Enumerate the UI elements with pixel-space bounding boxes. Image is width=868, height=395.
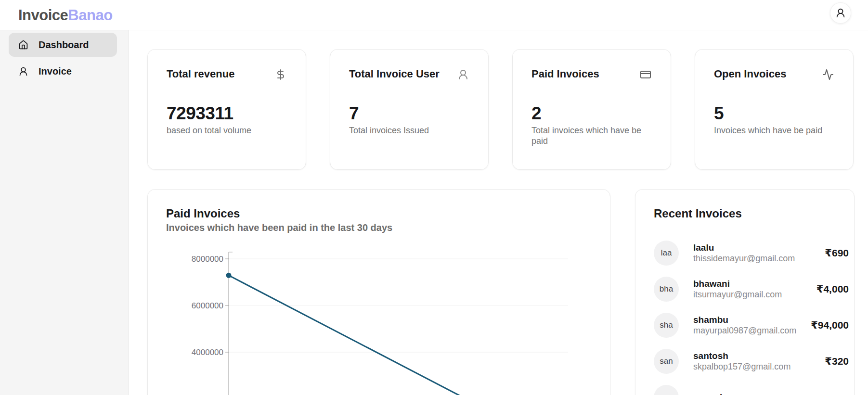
sidebar-item-label: Invoice	[39, 66, 72, 77]
paid-invoices-chart-card: Paid Invoices Invoices which have been p…	[147, 189, 610, 395]
invoice-amount: ₹320	[825, 356, 849, 367]
invoice-user-name: ganesh	[693, 392, 725, 395]
avatar: sha	[654, 313, 679, 338]
sidebar-item-label: Dashboard	[39, 39, 89, 51]
invoice-user-name: bhawani	[693, 278, 782, 289]
invoice-list-item: bha bhawani itsurmayur@gmail.com ₹4,000	[654, 277, 849, 302]
stat-card-title: Paid Invoices	[531, 68, 599, 80]
user-icon	[835, 8, 846, 18]
invoice-list-item: ganesh	[654, 385, 849, 395]
avatar	[654, 385, 679, 395]
stat-card-value: 5	[714, 104, 834, 122]
stat-card-title: Total Invoice User	[349, 68, 440, 80]
home-icon	[18, 40, 28, 50]
invoice-user-name: shambu	[693, 314, 796, 325]
logo-text-secondary: Banao	[68, 7, 112, 24]
stat-card-subtitle: Total invoices Issued	[349, 126, 469, 136]
invoice-amount: ₹4,000	[816, 283, 849, 295]
stat-card-value: 7293311	[167, 104, 286, 122]
invoice-amount: ₹94,000	[811, 319, 849, 331]
sidebar: Dashboard Invoice	[0, 30, 129, 395]
stat-card-title: Total revenue	[167, 68, 234, 80]
stat-card-total-revenue: Total revenue 7293311 based on total vol…	[147, 49, 306, 170]
stat-card-subtitle: based on total volume	[167, 126, 286, 136]
credit-card-icon	[640, 69, 651, 80]
recent-invoices-list: laa laalu thissidemayur@gmail.com ₹690 b…	[654, 241, 849, 395]
dollar-icon	[275, 69, 286, 80]
sidebar-item-invoice[interactable]: Invoice	[9, 59, 117, 83]
svg-text:8000000: 8000000	[192, 255, 223, 264]
app-header: InvoiceBanao	[0, 0, 868, 30]
recent-invoices-title: Recent Invoices	[654, 207, 849, 221]
invoice-user-email: mayurpal0987@gmail.com	[693, 325, 796, 336]
user-icon	[457, 69, 469, 80]
sidebar-item-dashboard[interactable]: Dashboard	[9, 33, 117, 57]
invoice-amount: ₹690	[825, 247, 849, 259]
app-logo: InvoiceBanao	[18, 0, 113, 30]
avatar: san	[654, 349, 679, 374]
avatar: bha	[654, 277, 679, 302]
stat-card-total-invoice-user: Total Invoice User 7 Total invoices Issu…	[330, 49, 489, 170]
invoice-user-name: santosh	[693, 350, 790, 361]
invoice-user-name: laalu	[693, 242, 795, 253]
svg-text:4000000: 4000000	[192, 348, 223, 357]
stat-card-value: 2	[531, 104, 651, 122]
avatar: laa	[654, 241, 679, 266]
account-button[interactable]	[830, 2, 851, 24]
activity-icon	[822, 69, 834, 80]
invoice-list-item: laa laalu thissidemayur@gmail.com ₹690	[654, 241, 849, 266]
invoice-user-email: skpalbop157@gmail.com	[693, 361, 790, 372]
logo-text-primary: Invoice	[18, 7, 68, 24]
invoice-list-item: san santosh skpalbop157@gmail.com ₹320	[654, 349, 849, 374]
stat-card-subtitle: Invoices which have be paid	[714, 126, 834, 136]
stat-card-open-invoices: Open Invoices 5 Invoices which have be p…	[695, 49, 854, 170]
svg-text:6000000: 6000000	[192, 301, 223, 310]
stat-card-value: 7	[349, 104, 469, 122]
user-icon	[18, 66, 28, 76]
stat-cards-row: Total revenue 7293311 based on total vol…	[147, 49, 854, 170]
invoice-list-item: sha shambu mayurpal0987@gmail.com ₹94,00…	[654, 313, 849, 338]
stat-card-paid-invoices: Paid Invoices 2 Total invoices which hav…	[512, 49, 671, 170]
recent-invoices-card: Recent Invoices laa laalu thissidemayur@…	[635, 189, 855, 395]
invoice-user-email: thissidemayur@gmail.com	[693, 253, 795, 264]
stat-card-title: Open Invoices	[714, 68, 786, 80]
stat-card-subtitle: Total invoices which have be paid	[531, 126, 651, 147]
invoice-user-email: itsurmayur@gmail.com	[693, 289, 782, 300]
paid-invoices-line-chart: 800000060000004000000	[148, 190, 611, 395]
